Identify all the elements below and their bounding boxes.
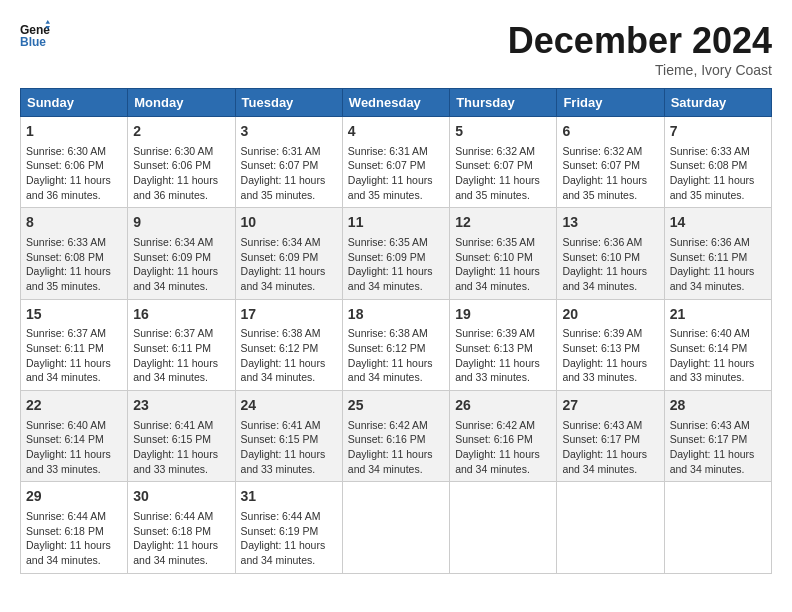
day-info: Sunrise: 6:42 AM Sunset: 6:16 PM Dayligh…	[455, 418, 551, 477]
calendar-week-row: 22Sunrise: 6:40 AM Sunset: 6:14 PM Dayli…	[21, 391, 772, 482]
day-number: 25	[348, 396, 444, 416]
day-of-week-header: Wednesday	[342, 89, 449, 117]
calendar-cell: 5Sunrise: 6:32 AM Sunset: 6:07 PM Daylig…	[450, 117, 557, 208]
calendar-cell: 7Sunrise: 6:33 AM Sunset: 6:08 PM Daylig…	[664, 117, 771, 208]
day-number: 26	[455, 396, 551, 416]
day-number: 15	[26, 305, 122, 325]
day-info: Sunrise: 6:39 AM Sunset: 6:13 PM Dayligh…	[562, 326, 658, 385]
day-number: 3	[241, 122, 337, 142]
day-number: 5	[455, 122, 551, 142]
day-info: Sunrise: 6:30 AM Sunset: 6:06 PM Dayligh…	[26, 144, 122, 203]
calendar-cell: 14Sunrise: 6:36 AM Sunset: 6:11 PM Dayli…	[664, 208, 771, 299]
calendar-cell	[557, 482, 664, 573]
day-info: Sunrise: 6:30 AM Sunset: 6:06 PM Dayligh…	[133, 144, 229, 203]
day-number: 22	[26, 396, 122, 416]
calendar-table: SundayMondayTuesdayWednesdayThursdayFrid…	[20, 88, 772, 574]
calendar-cell: 26Sunrise: 6:42 AM Sunset: 6:16 PM Dayli…	[450, 391, 557, 482]
day-number: 14	[670, 213, 766, 233]
svg-text:Blue: Blue	[20, 35, 46, 49]
day-info: Sunrise: 6:34 AM Sunset: 6:09 PM Dayligh…	[133, 235, 229, 294]
day-info: Sunrise: 6:31 AM Sunset: 6:07 PM Dayligh…	[348, 144, 444, 203]
day-info: Sunrise: 6:41 AM Sunset: 6:15 PM Dayligh…	[133, 418, 229, 477]
month-title: December 2024	[508, 20, 772, 62]
day-of-week-header: Sunday	[21, 89, 128, 117]
calendar-week-row: 1Sunrise: 6:30 AM Sunset: 6:06 PM Daylig…	[21, 117, 772, 208]
day-number: 23	[133, 396, 229, 416]
calendar-cell: 1Sunrise: 6:30 AM Sunset: 6:06 PM Daylig…	[21, 117, 128, 208]
calendar-week-row: 15Sunrise: 6:37 AM Sunset: 6:11 PM Dayli…	[21, 299, 772, 390]
calendar-cell: 16Sunrise: 6:37 AM Sunset: 6:11 PM Dayli…	[128, 299, 235, 390]
day-info: Sunrise: 6:37 AM Sunset: 6:11 PM Dayligh…	[133, 326, 229, 385]
calendar-cell: 25Sunrise: 6:42 AM Sunset: 6:16 PM Dayli…	[342, 391, 449, 482]
header: General Blue December 2024 Tieme, Ivory …	[20, 20, 772, 78]
day-number: 27	[562, 396, 658, 416]
day-number: 13	[562, 213, 658, 233]
calendar-cell: 17Sunrise: 6:38 AM Sunset: 6:12 PM Dayli…	[235, 299, 342, 390]
day-info: Sunrise: 6:35 AM Sunset: 6:10 PM Dayligh…	[455, 235, 551, 294]
day-number: 29	[26, 487, 122, 507]
day-info: Sunrise: 6:42 AM Sunset: 6:16 PM Dayligh…	[348, 418, 444, 477]
day-number: 17	[241, 305, 337, 325]
day-number: 31	[241, 487, 337, 507]
day-info: Sunrise: 6:36 AM Sunset: 6:10 PM Dayligh…	[562, 235, 658, 294]
location: Tieme, Ivory Coast	[508, 62, 772, 78]
day-info: Sunrise: 6:43 AM Sunset: 6:17 PM Dayligh…	[670, 418, 766, 477]
day-info: Sunrise: 6:35 AM Sunset: 6:09 PM Dayligh…	[348, 235, 444, 294]
day-info: Sunrise: 6:43 AM Sunset: 6:17 PM Dayligh…	[562, 418, 658, 477]
day-info: Sunrise: 6:40 AM Sunset: 6:14 PM Dayligh…	[670, 326, 766, 385]
day-number: 30	[133, 487, 229, 507]
calendar-cell: 18Sunrise: 6:38 AM Sunset: 6:12 PM Dayli…	[342, 299, 449, 390]
day-info: Sunrise: 6:34 AM Sunset: 6:09 PM Dayligh…	[241, 235, 337, 294]
day-number: 18	[348, 305, 444, 325]
calendar-body: 1Sunrise: 6:30 AM Sunset: 6:06 PM Daylig…	[21, 117, 772, 574]
logo-icon: General Blue	[20, 20, 50, 50]
day-info: Sunrise: 6:33 AM Sunset: 6:08 PM Dayligh…	[26, 235, 122, 294]
calendar-cell	[450, 482, 557, 573]
calendar-cell: 30Sunrise: 6:44 AM Sunset: 6:18 PM Dayli…	[128, 482, 235, 573]
calendar-cell: 27Sunrise: 6:43 AM Sunset: 6:17 PM Dayli…	[557, 391, 664, 482]
calendar-cell: 13Sunrise: 6:36 AM Sunset: 6:10 PM Dayli…	[557, 208, 664, 299]
logo: General Blue	[20, 20, 50, 50]
day-info: Sunrise: 6:44 AM Sunset: 6:19 PM Dayligh…	[241, 509, 337, 568]
day-info: Sunrise: 6:41 AM Sunset: 6:15 PM Dayligh…	[241, 418, 337, 477]
calendar-cell: 8Sunrise: 6:33 AM Sunset: 6:08 PM Daylig…	[21, 208, 128, 299]
calendar-week-row: 8Sunrise: 6:33 AM Sunset: 6:08 PM Daylig…	[21, 208, 772, 299]
day-info: Sunrise: 6:36 AM Sunset: 6:11 PM Dayligh…	[670, 235, 766, 294]
calendar-cell: 23Sunrise: 6:41 AM Sunset: 6:15 PM Dayli…	[128, 391, 235, 482]
calendar-cell: 22Sunrise: 6:40 AM Sunset: 6:14 PM Dayli…	[21, 391, 128, 482]
day-info: Sunrise: 6:40 AM Sunset: 6:14 PM Dayligh…	[26, 418, 122, 477]
day-number: 24	[241, 396, 337, 416]
calendar-cell: 31Sunrise: 6:44 AM Sunset: 6:19 PM Dayli…	[235, 482, 342, 573]
day-number: 7	[670, 122, 766, 142]
day-number: 8	[26, 213, 122, 233]
calendar-cell: 24Sunrise: 6:41 AM Sunset: 6:15 PM Dayli…	[235, 391, 342, 482]
calendar-cell: 29Sunrise: 6:44 AM Sunset: 6:18 PM Dayli…	[21, 482, 128, 573]
day-number: 4	[348, 122, 444, 142]
day-of-week-header: Thursday	[450, 89, 557, 117]
calendar-cell	[342, 482, 449, 573]
day-number: 12	[455, 213, 551, 233]
day-number: 28	[670, 396, 766, 416]
day-of-week-header: Saturday	[664, 89, 771, 117]
day-number: 16	[133, 305, 229, 325]
calendar-cell: 11Sunrise: 6:35 AM Sunset: 6:09 PM Dayli…	[342, 208, 449, 299]
day-number: 21	[670, 305, 766, 325]
day-info: Sunrise: 6:31 AM Sunset: 6:07 PM Dayligh…	[241, 144, 337, 203]
calendar-cell: 19Sunrise: 6:39 AM Sunset: 6:13 PM Dayli…	[450, 299, 557, 390]
calendar-header-row: SundayMondayTuesdayWednesdayThursdayFrid…	[21, 89, 772, 117]
calendar-cell: 6Sunrise: 6:32 AM Sunset: 6:07 PM Daylig…	[557, 117, 664, 208]
day-info: Sunrise: 6:37 AM Sunset: 6:11 PM Dayligh…	[26, 326, 122, 385]
day-info: Sunrise: 6:44 AM Sunset: 6:18 PM Dayligh…	[133, 509, 229, 568]
calendar-cell: 12Sunrise: 6:35 AM Sunset: 6:10 PM Dayli…	[450, 208, 557, 299]
calendar-cell: 3Sunrise: 6:31 AM Sunset: 6:07 PM Daylig…	[235, 117, 342, 208]
day-of-week-header: Monday	[128, 89, 235, 117]
day-info: Sunrise: 6:33 AM Sunset: 6:08 PM Dayligh…	[670, 144, 766, 203]
day-number: 2	[133, 122, 229, 142]
calendar-cell: 21Sunrise: 6:40 AM Sunset: 6:14 PM Dayli…	[664, 299, 771, 390]
calendar-cell: 4Sunrise: 6:31 AM Sunset: 6:07 PM Daylig…	[342, 117, 449, 208]
day-number: 10	[241, 213, 337, 233]
calendar-cell	[664, 482, 771, 573]
day-of-week-header: Friday	[557, 89, 664, 117]
day-info: Sunrise: 6:44 AM Sunset: 6:18 PM Dayligh…	[26, 509, 122, 568]
day-info: Sunrise: 6:32 AM Sunset: 6:07 PM Dayligh…	[562, 144, 658, 203]
